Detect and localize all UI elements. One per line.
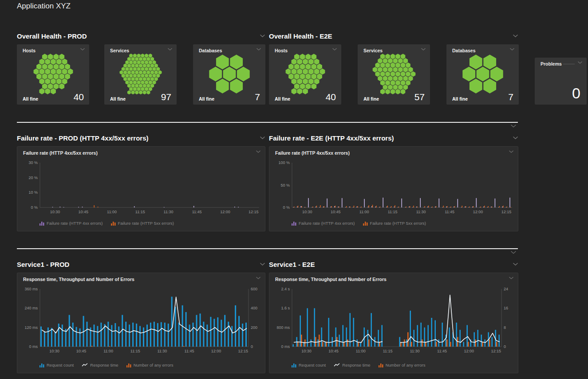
legend-item[interactable]: Request count bbox=[292, 363, 326, 367]
entity-count: 40 bbox=[326, 92, 336, 102]
bar-series-icon bbox=[363, 221, 368, 226]
svg-text:11:15: 11:15 bbox=[388, 210, 398, 214]
status-text: All fine bbox=[199, 96, 214, 102]
legend-item[interactable]: Failure rate (HTTP 5xx errors) bbox=[111, 221, 174, 226]
chart-legend: Request countResponse timeNumber of any … bbox=[292, 363, 425, 367]
svg-text:10:45: 10:45 bbox=[331, 210, 341, 214]
legend-item[interactable]: Response time bbox=[82, 363, 118, 367]
health-tile-prod-services[interactable]: Services All fine 97 bbox=[104, 44, 177, 105]
section-title: Overall Health - E2E bbox=[269, 32, 332, 40]
legend-item[interactable]: Failure rate (HTTP 4xx errors) bbox=[292, 221, 355, 226]
chevron-down-icon[interactable] bbox=[510, 250, 517, 254]
honeycomb-chart[interactable] bbox=[25, 53, 82, 95]
svg-text:12:00: 12:00 bbox=[464, 349, 474, 353]
svg-text:11:45: 11:45 bbox=[192, 210, 202, 214]
honeycomb-chart[interactable] bbox=[454, 53, 511, 95]
service-metrics-chart[interactable]: 0 ms800 ms1.6 s2.4 s08162410:3010:4511:0… bbox=[270, 285, 517, 356]
chevron-down-icon[interactable] bbox=[509, 277, 514, 280]
svg-text:0 %: 0 % bbox=[283, 205, 290, 210]
svg-text:11:45: 11:45 bbox=[445, 210, 454, 214]
legend-item[interactable]: Request count bbox=[39, 363, 74, 367]
failure-rate-e2e-chart-tile[interactable]: Failure rate (HTTP 4xx/5xx errors) 0 %50… bbox=[269, 146, 518, 231]
chevron-down-icon[interactable] bbox=[509, 48, 515, 51]
status-text: All fine bbox=[452, 96, 468, 102]
honeycomb-chart[interactable] bbox=[277, 53, 334, 95]
svg-text:11:30: 11:30 bbox=[416, 210, 426, 214]
chevron-down-icon[interactable] bbox=[260, 136, 265, 140]
health-tile-prod-hosts[interactable]: Hosts All fine 40 bbox=[17, 44, 89, 105]
problems-count: 0 bbox=[572, 85, 580, 102]
honeycomb-chart[interactable] bbox=[112, 53, 169, 95]
chevron-down-icon[interactable] bbox=[513, 262, 518, 266]
chart-legend: Failure rate (HTTP 4xx errors)Failure ra… bbox=[39, 221, 174, 226]
svg-text:12:15: 12:15 bbox=[501, 210, 512, 214]
legend-item[interactable]: Response time bbox=[334, 363, 370, 367]
svg-text:12:00: 12:00 bbox=[211, 349, 221, 353]
chevron-down-icon[interactable] bbox=[577, 61, 583, 64]
chevron-down-icon[interactable] bbox=[256, 277, 261, 280]
entity-count: 40 bbox=[74, 92, 84, 102]
svg-text:400: 400 bbox=[251, 306, 257, 310]
chevron-down-icon[interactable] bbox=[256, 150, 261, 153]
svg-text:11:15: 11:15 bbox=[135, 210, 145, 214]
svg-text:12:15: 12:15 bbox=[491, 349, 501, 353]
service-e2e-chart-tile[interactable]: Response time, Throughput and Number of … bbox=[269, 273, 518, 373]
legend-label: Number of any errors bbox=[386, 363, 426, 367]
svg-text:10:45: 10:45 bbox=[328, 349, 339, 353]
health-tile-e2e-hosts[interactable]: Hosts All fine 40 bbox=[269, 44, 341, 105]
service-prod-chart-tile[interactable]: Response time, Throughput and Number of … bbox=[17, 273, 265, 373]
legend-label: Number of any errors bbox=[134, 363, 174, 367]
chevron-down-icon[interactable] bbox=[510, 124, 517, 128]
legend-item[interactable]: Number of any errors bbox=[379, 363, 426, 367]
chevron-down-icon[interactable] bbox=[332, 48, 337, 51]
tile-title: Hosts bbox=[275, 48, 288, 53]
status-text: All fine bbox=[363, 96, 379, 102]
svg-text:11:30: 11:30 bbox=[164, 210, 174, 214]
health-tile-e2e-services[interactable]: Services All fine 57 bbox=[358, 44, 430, 105]
honeycomb-chart[interactable] bbox=[366, 53, 422, 95]
svg-text:10:45: 10:45 bbox=[79, 210, 89, 214]
failure-rate-chart[interactable]: 0 %50 %100 %10:3010:4511:0011:1511:3011:… bbox=[270, 159, 517, 217]
chevron-down-icon[interactable] bbox=[80, 48, 85, 51]
health-tile-e2e-databases[interactable]: Databases All fine 7 bbox=[446, 44, 519, 105]
legend-label: Request count bbox=[299, 363, 326, 367]
svg-text:100 %: 100 % bbox=[278, 160, 290, 165]
section-header-failure-e2e: Failure rate - E2E (HTTP 4xx/5xx errors) bbox=[269, 133, 518, 143]
chevron-down-icon[interactable] bbox=[260, 262, 265, 266]
svg-text:120 ms: 120 ms bbox=[24, 325, 38, 330]
svg-text:2.4 s: 2.4 s bbox=[281, 287, 290, 291]
svg-text:800 ms: 800 ms bbox=[276, 325, 290, 330]
legend-label: Response time bbox=[90, 363, 118, 367]
bar-series-icon bbox=[126, 363, 131, 367]
svg-text:11:00: 11:00 bbox=[103, 349, 113, 353]
legend-item[interactable]: Number of any errors bbox=[126, 363, 174, 367]
legend-item[interactable]: Failure rate (HTTP 5xx errors) bbox=[363, 221, 426, 226]
legend-label: Response time bbox=[342, 363, 370, 367]
svg-text:11:00: 11:00 bbox=[356, 349, 366, 353]
chevron-down-icon[interactable] bbox=[513, 136, 518, 140]
failure-rate-prod-chart-tile[interactable]: Failure rate (HTTP 4xx/5xx errors) 0 %10… bbox=[17, 146, 265, 231]
legend-item[interactable]: Failure rate (HTTP 4xx errors) bbox=[39, 221, 103, 226]
failure-rate-chart[interactable]: 0 %10 %20 %30 %10:3010:4511:0011:1511:30… bbox=[18, 159, 264, 217]
chevron-down-icon[interactable] bbox=[256, 48, 261, 51]
chevron-down-icon[interactable] bbox=[509, 150, 514, 153]
problems-tile[interactable]: Problems 0 bbox=[535, 58, 587, 105]
section-header-overall-prod: Overall Health - PROD bbox=[17, 31, 265, 41]
chevron-down-icon[interactable] bbox=[421, 48, 426, 51]
chevron-down-icon[interactable] bbox=[513, 34, 518, 38]
svg-text:10:45: 10:45 bbox=[76, 349, 87, 353]
chevron-down-icon[interactable] bbox=[260, 34, 265, 38]
svg-text:8: 8 bbox=[504, 325, 506, 330]
legend-label: Failure rate (HTTP 4xx errors) bbox=[299, 221, 355, 226]
tile-title: Databases bbox=[199, 48, 222, 53]
status-text: All fine bbox=[110, 96, 126, 102]
chevron-down-icon[interactable] bbox=[167, 48, 173, 51]
honeycomb-chart[interactable] bbox=[201, 53, 258, 95]
status-text: All fine bbox=[23, 96, 38, 102]
service-metrics-chart[interactable]: 0 ms120 ms240 ms360 ms020040060010:3010:… bbox=[18, 285, 264, 356]
chart-title: Failure rate (HTTP 4xx/5xx errors) bbox=[275, 150, 350, 156]
health-tile-prod-databases[interactable]: Databases All fine 7 bbox=[193, 44, 265, 105]
status-text: All fine bbox=[275, 96, 290, 102]
svg-text:10:30: 10:30 bbox=[302, 210, 312, 214]
svg-text:12:15: 12:15 bbox=[249, 210, 259, 214]
